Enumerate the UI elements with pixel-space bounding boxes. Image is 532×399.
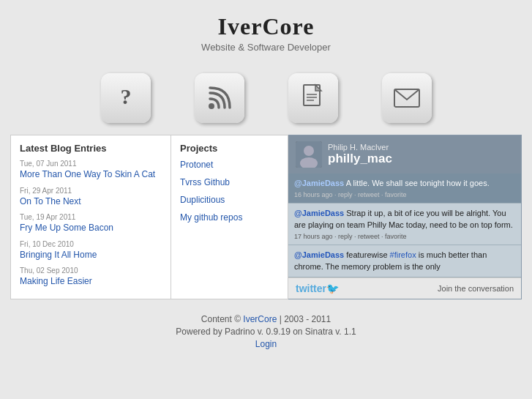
tweet-text: @JamieDass featurewise #firefox is much … xyxy=(294,250,515,272)
blog-panel-title: Latest Blog Entries xyxy=(20,143,162,154)
site-title: IverCore xyxy=(0,13,532,40)
icons-row: ? xyxy=(0,60,532,135)
projects-panel: Projects ProtonetTvrss GithubDuplicitiou… xyxy=(171,135,288,299)
footer-powered-by: Powered by Padrino v. 0.9.19 on Sinatra … xyxy=(0,327,532,337)
email-icon-box[interactable] xyxy=(382,73,432,123)
tweet-handle[interactable]: @JamieDass xyxy=(294,179,344,187)
blog-entry-link[interactable]: More Than One Way To Skin A Cat xyxy=(20,169,162,181)
twitter-handle: philly_mac xyxy=(328,152,514,166)
twitter-logo: twitter🐦 xyxy=(296,283,339,294)
blog-entry-link[interactable]: Making Life Easier xyxy=(20,276,162,288)
twitter-panel: Philip H. MacIver philly_mac @JamieDass … xyxy=(288,135,522,299)
tweet: @JamieDass featurewise #firefox is much … xyxy=(288,245,521,277)
blog-date: Tue, 19 Apr 2011 xyxy=(20,213,162,221)
twitter-user-info: Philip H. MacIver philly_mac xyxy=(328,143,514,166)
avatar xyxy=(296,141,322,168)
blog-date: Fri, 29 Apr 2011 xyxy=(20,187,162,195)
svg-point-8 xyxy=(304,146,314,156)
tweet-text: @JamieDass Strap it up, a bit of ice you… xyxy=(294,208,515,231)
join-conversation: Join the conversation xyxy=(438,284,514,293)
tweet-hashtag[interactable]: #firefox xyxy=(390,250,416,259)
svg-point-1 xyxy=(209,103,214,109)
ivercore-link[interactable]: IverCore xyxy=(243,314,277,324)
project-link[interactable]: Protonet xyxy=(180,160,279,170)
svg-text:?: ? xyxy=(120,84,131,108)
tweet-text: @JamieDass A little. We shall see tonigh… xyxy=(294,178,515,189)
document-icon xyxy=(301,83,326,113)
twitter-footer: twitter🐦 Join the conversation xyxy=(288,277,521,299)
blog-date: Fri, 10 Dec 2010 xyxy=(20,240,162,248)
project-links: ProtonetTvrss GithubDuplicitiousMy githu… xyxy=(180,160,279,223)
twitter-real-name: Philip H. MacIver xyxy=(328,143,514,152)
tweet-meta: 16 hours ago · reply · retweet · favorit… xyxy=(294,191,515,198)
login-link[interactable]: Login xyxy=(255,339,277,349)
project-link[interactable]: My github repos xyxy=(180,212,279,223)
tweet-feed[interactable]: @JamieDass A little. We shall see tonigh… xyxy=(288,174,521,277)
twitter-header: Philip H. MacIver philly_mac xyxy=(288,135,521,174)
tweet: @JamieDass Strap it up, a bit of ice you… xyxy=(288,204,521,245)
blog-date: Tue, 07 Jun 2011 xyxy=(20,160,162,168)
blog-date: Thu, 02 Sep 2010 xyxy=(20,266,162,275)
email-icon xyxy=(393,86,421,110)
blog-panel: Latest Blog Entries Tue, 07 Jun 2011More… xyxy=(10,135,171,299)
document-icon-box[interactable] xyxy=(288,73,338,123)
project-link[interactable]: Tvrss Github xyxy=(180,177,279,187)
site-header: IverCore Website & Software Developer xyxy=(0,0,532,60)
main-content: Latest Blog Entries Tue, 07 Jun 2011More… xyxy=(0,135,532,299)
blog-entry-link[interactable]: Bringing It All Home xyxy=(20,250,162,261)
project-link[interactable]: Duplicitious xyxy=(180,195,279,205)
question-icon: ? xyxy=(112,84,140,112)
tweet-meta: 17 hours ago · reply · retweet · favorit… xyxy=(294,233,515,240)
tweet-handle[interactable]: @JamieDass xyxy=(294,250,344,259)
tweet-handle[interactable]: @JamieDass xyxy=(294,209,344,217)
footer-login: Login xyxy=(0,339,532,349)
about-icon-box[interactable]: ? xyxy=(101,73,151,123)
page-footer: Content © IverCore | 2003 - 2011 Powered… xyxy=(0,299,532,357)
footer-copyright: Content © IverCore | 2003 - 2011 xyxy=(0,314,532,324)
projects-panel-title: Projects xyxy=(180,143,279,154)
rss-icon-box[interactable] xyxy=(195,73,244,123)
blog-entry-link[interactable]: On To The Next xyxy=(20,196,162,208)
tweet: @JamieDass A little. We shall see tonigh… xyxy=(288,174,521,204)
rss-icon xyxy=(207,86,232,111)
blog-entries: Tue, 07 Jun 2011More Than One Way To Ski… xyxy=(20,160,162,288)
site-subtitle: Website & Software Developer xyxy=(0,42,532,53)
blog-entry-link[interactable]: Fry Me Up Some Bacon xyxy=(20,223,162,234)
